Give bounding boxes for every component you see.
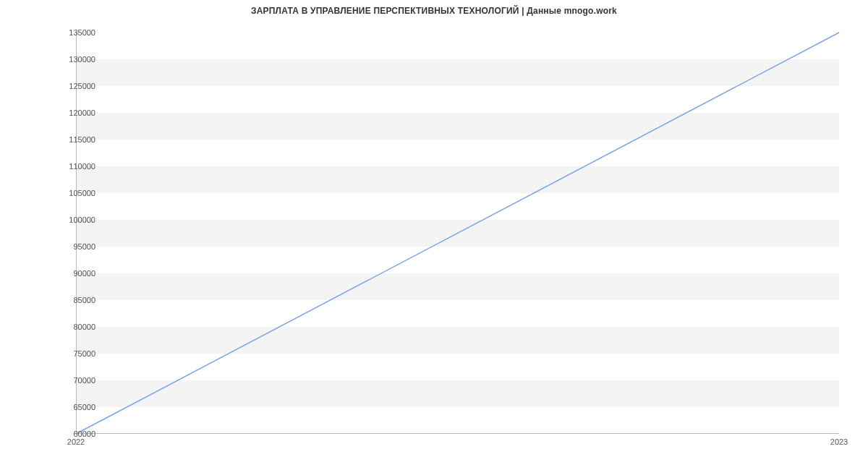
y-tick-label: 130000 bbox=[69, 55, 95, 64]
y-tick-label: 75000 bbox=[73, 349, 95, 358]
series-line bbox=[76, 33, 839, 434]
y-tick-label: 110000 bbox=[69, 162, 95, 171]
chart-line bbox=[76, 33, 839, 434]
y-tick-label: 125000 bbox=[69, 82, 95, 90]
y-tick-label: 65000 bbox=[73, 403, 95, 411]
y-tick-label: 100000 bbox=[69, 215, 95, 224]
y-tick-label: 105000 bbox=[69, 189, 95, 197]
y-tick-label: 90000 bbox=[73, 269, 95, 278]
y-tick-label: 135000 bbox=[69, 28, 95, 37]
y-tick-label: 80000 bbox=[73, 322, 95, 331]
chart-title: ЗАРПЛАТА В УПРАВЛЕНИЕ ПЕРСПЕКТИВНЫХ ТЕХН… bbox=[0, 0, 868, 16]
x-tick-label: 2022 bbox=[67, 437, 85, 446]
plot-area bbox=[76, 33, 839, 434]
y-tick-label: 70000 bbox=[73, 376, 95, 385]
y-tick-label: 120000 bbox=[69, 108, 95, 117]
y-tick-label: 85000 bbox=[73, 296, 95, 304]
y-tick-label: 95000 bbox=[73, 242, 95, 251]
x-tick-label: 2023 bbox=[830, 437, 848, 446]
y-tick-label: 115000 bbox=[69, 135, 95, 144]
